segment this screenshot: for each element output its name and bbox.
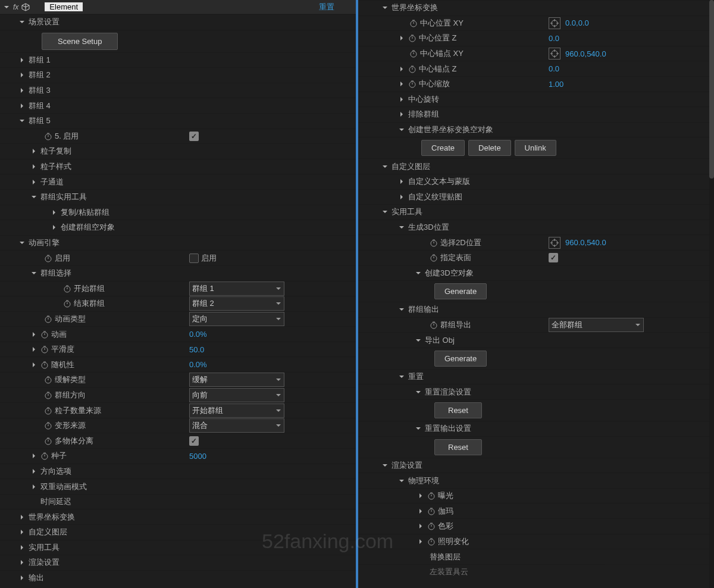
chevron-right-icon[interactable] — [399, 66, 405, 72]
reset-render[interactable]: 重置渲染设置 — [358, 384, 714, 399]
chevron-right-icon[interactable] — [31, 468, 37, 474]
chevron-right-icon[interactable] — [399, 81, 405, 87]
stopwatch-icon[interactable] — [44, 376, 52, 384]
group-export-select[interactable]: 全部群组 — [549, 318, 644, 332]
time-delay[interactable]: 时间延迟 — [0, 494, 356, 509]
reset-output[interactable]: 重置输出设置 — [358, 421, 714, 436]
chevron-right-icon[interactable] — [418, 493, 424, 499]
chevron-right-icon[interactable] — [399, 179, 405, 184]
chevron-right-icon[interactable] — [19, 559, 25, 565]
chevron-right-icon[interactable] — [51, 224, 57, 230]
stopwatch-icon[interactable] — [430, 254, 438, 262]
scene-settings[interactable]: 场景设置 — [0, 14, 356, 30]
scene-setup-button[interactable]: Scene Setup — [42, 33, 118, 50]
chevron-down-icon[interactable] — [415, 270, 421, 276]
group-5[interactable]: 群组 5 — [0, 113, 356, 129]
chevron-down-icon[interactable] — [19, 240, 25, 246]
chevron-right-icon[interactable] — [418, 539, 424, 545]
chevron-down-icon[interactable] — [382, 209, 388, 215]
chevron-down-icon[interactable] — [4, 4, 10, 10]
stopwatch-icon[interactable] — [40, 452, 49, 460]
stopwatch-icon[interactable] — [427, 492, 436, 500]
stopwatch-icon[interactable] — [44, 315, 52, 323]
create-group-null[interactable]: 创建群组空对象 — [0, 220, 356, 235]
effect-name[interactable]: Element — [45, 2, 83, 11]
output-l[interactable]: 输出 — [0, 570, 356, 586]
delete-button[interactable]: Delete — [468, 140, 511, 156]
stopwatch-icon[interactable] — [44, 391, 52, 399]
stopwatch-icon[interactable] — [430, 321, 438, 329]
create-button[interactable]: Create — [421, 140, 465, 156]
stopwatch-icon[interactable] — [427, 507, 436, 515]
chevron-right-icon[interactable] — [19, 57, 25, 63]
chevron-right-icon[interactable] — [418, 523, 424, 529]
stopwatch-icon[interactable] — [44, 406, 52, 415]
custom-layers-r[interactable]: 自定义图层 — [358, 158, 714, 174]
animation-value[interactable]: 0.0% — [189, 330, 207, 339]
stopwatch-icon[interactable] — [430, 239, 438, 247]
custom-text-mask[interactable]: 自定义文本与蒙版 — [358, 174, 714, 189]
stopwatch-icon[interactable] — [409, 19, 418, 27]
ease-type-select[interactable]: 缓解 — [189, 373, 284, 387]
scrollbar-right[interactable] — [709, 0, 714, 588]
chevron-right-icon[interactable] — [418, 508, 424, 514]
g5-enable-checkbox[interactable] — [189, 132, 199, 141]
phys-env[interactable]: 物理环境 — [358, 473, 714, 488]
anim-type-select[interactable]: 定向 — [189, 312, 284, 326]
anim-engine[interactable]: 动画引擎 — [0, 235, 356, 251]
chevron-down-icon[interactable] — [19, 118, 25, 124]
chevron-right-icon[interactable] — [19, 72, 25, 78]
crosshair-icon[interactable] — [549, 237, 560, 249]
group-utils[interactable]: 群组实用工具 — [0, 189, 356, 205]
center-pos-xy-value[interactable]: 0.0,0.0 — [565, 18, 589, 27]
center-pos-z-value[interactable]: 0.0 — [549, 34, 559, 43]
chevron-right-icon[interactable] — [19, 575, 25, 581]
stopwatch-icon[interactable] — [44, 437, 52, 445]
stopwatch-icon[interactable] — [40, 345, 49, 354]
chevron-right-icon[interactable] — [31, 148, 37, 154]
center-scale-value[interactable]: 1.00 — [549, 80, 563, 89]
chevron-right-icon[interactable] — [19, 545, 25, 551]
stopwatch-icon[interactable] — [63, 284, 71, 293]
generate-button-2[interactable]: Generate — [434, 351, 487, 367]
chevron-right-icon[interactable] — [31, 179, 37, 185]
custom-tex-map[interactable]: 自定义纹理贴图 — [358, 189, 714, 205]
unlink-button[interactable]: Unlink — [515, 140, 556, 156]
chevron-right-icon[interactable] — [31, 164, 37, 170]
group-2[interactable]: 群组 2 — [0, 67, 356, 83]
reset-button-1[interactable]: Reset — [434, 402, 482, 418]
scrollbar-thumb[interactable] — [709, 0, 714, 179]
chevron-down-icon[interactable] — [399, 374, 405, 380]
particle-copy[interactable]: 粒子复制 — [0, 143, 356, 159]
copy-paste-group[interactable]: 复制/粘贴群组 — [0, 205, 356, 220]
chevron-right-icon[interactable] — [31, 362, 37, 368]
exclude-groups[interactable]: 排除群组 — [358, 107, 714, 122]
stopwatch-icon[interactable] — [44, 254, 52, 262]
sub-channel[interactable]: 子通道 — [0, 174, 356, 189]
stopwatch-icon[interactable] — [63, 299, 71, 308]
crosshair-icon[interactable] — [549, 17, 560, 29]
center-rotation[interactable]: 中心旋转 — [358, 92, 714, 107]
stopwatch-icon[interactable] — [427, 537, 436, 546]
stopwatch-icon[interactable] — [44, 421, 52, 430]
chevron-right-icon[interactable] — [19, 87, 25, 93]
chevron-down-icon[interactable] — [399, 306, 405, 312]
reset-section[interactable]: 重置 — [358, 369, 714, 384]
group-select[interactable]: 群组选择 — [0, 265, 356, 281]
group-3[interactable]: 群组 3 — [0, 83, 356, 98]
select-2d-pos-value[interactable]: 960.0,540.0 — [565, 238, 606, 247]
double-anim[interactable]: 双重动画模式 — [0, 478, 356, 494]
smoothness-value[interactable]: 50.0 — [189, 345, 204, 354]
chevron-down-icon[interactable] — [399, 478, 405, 484]
start-group-select[interactable]: 群组 1 — [189, 282, 284, 296]
gen-3d-pos[interactable]: 生成3D位置 — [358, 220, 714, 235]
morph-src-select[interactable]: 混合 — [189, 418, 284, 433]
chevron-down-icon[interactable] — [382, 164, 388, 170]
custom-layers-l[interactable]: 自定义图层 — [0, 524, 356, 540]
world-xform-r[interactable]: 世界坐标变换 — [358, 0, 714, 15]
stopwatch-icon[interactable] — [427, 522, 436, 530]
stopwatch-icon[interactable] — [408, 80, 416, 88]
chevron-right-icon[interactable] — [399, 96, 405, 102]
chevron-down-icon[interactable] — [31, 194, 37, 200]
chevron-right-icon[interactable] — [31, 453, 37, 459]
